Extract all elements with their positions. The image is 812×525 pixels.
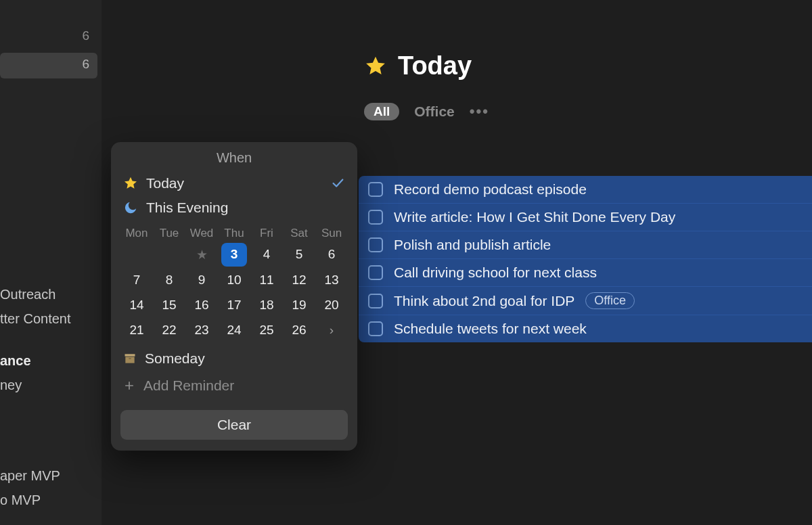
- calendar-day[interactable]: 24: [218, 319, 250, 342]
- archive-icon: [123, 352, 137, 365]
- when-clear-button[interactable]: Clear: [120, 410, 348, 440]
- calendar-weekday: Fri: [250, 227, 283, 240]
- calendar-day[interactable]: 16: [185, 294, 218, 317]
- check-icon: [330, 176, 345, 191]
- star-icon: [364, 55, 387, 78]
- sidebar-item[interactable]: o MVP: [0, 493, 41, 508]
- calendar-row: 14151617181920: [120, 294, 348, 317]
- calendar-day[interactable]: 17: [218, 294, 250, 317]
- task-title: Polish and publish article: [394, 237, 551, 253]
- calendar-today-star-icon[interactable]: ★: [185, 243, 218, 267]
- when-popover: When Today This Evening MonTueWedThuFriS…: [111, 142, 357, 451]
- task-title: Call driving school for next class: [394, 265, 597, 281]
- sidebar-item[interactable]: aper MVP: [0, 468, 60, 484]
- task-row[interactable]: Think about 2nd goal for IDPOffice: [359, 287, 812, 315]
- sidebar-count-selected: 6: [82, 57, 89, 72]
- calendar-day[interactable]: 26: [283, 319, 315, 342]
- svg-rect-0: [125, 354, 135, 356]
- sidebar: 6 6 Outreach tter Content ance ney aper …: [0, 0, 102, 525]
- task-row[interactable]: Polish and publish article: [359, 231, 812, 259]
- calendar-weekday-row: MonTueWedThuFriSatSun: [120, 227, 348, 240]
- moon-icon: [123, 200, 138, 215]
- popover-title: When: [111, 150, 357, 166]
- calendar-day[interactable]: 14: [120, 294, 153, 317]
- task-checkbox[interactable]: [368, 294, 383, 309]
- calendar-row: 212223242526›: [120, 319, 348, 342]
- calendar-row: 78910111213: [120, 269, 348, 292]
- task-checkbox[interactable]: [368, 321, 383, 336]
- filter-more-icon[interactable]: •••: [470, 103, 489, 120]
- calendar-weekday: Mon: [120, 227, 153, 240]
- calendar: MonTueWedThuFriSatSun ..★345678910111213…: [111, 220, 357, 345]
- calendar-weekday: Thu: [218, 227, 250, 240]
- when-someday-label: Someday: [145, 350, 205, 367]
- sidebar-count: 6: [82, 28, 89, 43]
- calendar-day[interactable]: 11: [250, 269, 283, 292]
- task-row[interactable]: Record demo podcast episode: [359, 176, 812, 204]
- filter-all[interactable]: All: [364, 103, 399, 120]
- calendar-day[interactable]: 19: [283, 294, 315, 317]
- calendar-weekday: Wed: [185, 227, 218, 240]
- page-title-row: Today: [364, 51, 472, 81]
- calendar-next-icon[interactable]: ›: [315, 319, 348, 342]
- calendar-row: ..★3456: [120, 243, 348, 267]
- plus-icon: [123, 380, 135, 392]
- calendar-day[interactable]: 25: [250, 319, 283, 342]
- svg-rect-1: [125, 357, 134, 363]
- calendar-day[interactable]: 8: [153, 269, 185, 292]
- when-evening-label: This Evening: [146, 200, 228, 216]
- calendar-day[interactable]: 23: [185, 319, 218, 342]
- task-title: Schedule tweets for next week: [394, 321, 587, 337]
- when-someday-row[interactable]: Someday: [111, 345, 357, 372]
- calendar-weekday: Tue: [153, 227, 185, 240]
- task-row[interactable]: Write article: How I Get Shit Done Every…: [359, 204, 812, 231]
- task-title: Write article: How I Get Shit Done Every…: [394, 209, 675, 225]
- task-checkbox[interactable]: [368, 265, 383, 280]
- task-tag[interactable]: Office: [585, 292, 635, 309]
- when-add-reminder-label: Add Reminder: [143, 378, 234, 394]
- when-today-label: Today: [146, 175, 184, 191]
- calendar-day[interactable]: 21: [120, 319, 153, 342]
- calendar-day[interactable]: 12: [283, 269, 315, 292]
- when-add-reminder-row[interactable]: Add Reminder: [111, 372, 357, 399]
- task-title: Record demo podcast episode: [394, 181, 587, 198]
- calendar-empty: .: [120, 243, 153, 267]
- calendar-day[interactable]: 7: [120, 269, 153, 292]
- filter-office[interactable]: Office: [414, 104, 455, 120]
- calendar-day[interactable]: 20: [315, 294, 348, 317]
- task-checkbox[interactable]: [368, 237, 383, 252]
- sidebar-item[interactable]: ney: [0, 378, 22, 393]
- calendar-day[interactable]: 3: [221, 243, 247, 267]
- calendar-day[interactable]: 18: [250, 294, 283, 317]
- filter-bar: All Office •••: [364, 103, 489, 120]
- svg-rect-2: [129, 358, 131, 359]
- task-checkbox[interactable]: [368, 210, 383, 225]
- when-evening-row[interactable]: This Evening: [111, 196, 357, 220]
- calendar-day[interactable]: 15: [153, 294, 185, 317]
- calendar-day[interactable]: 13: [315, 269, 348, 292]
- calendar-day[interactable]: 10: [218, 269, 250, 292]
- page-title: Today: [398, 51, 472, 81]
- task-row[interactable]: Call driving school for next class: [359, 259, 812, 287]
- calendar-weekday: Sun: [315, 227, 348, 240]
- calendar-day[interactable]: 4: [250, 243, 283, 267]
- calendar-day[interactable]: 5: [283, 243, 315, 267]
- calendar-empty: .: [153, 243, 185, 267]
- calendar-day[interactable]: 6: [315, 243, 348, 267]
- task-list: Record demo podcast episodeWrite article…: [359, 176, 812, 342]
- calendar-weekday: Sat: [283, 227, 315, 240]
- star-icon: [123, 176, 138, 191]
- when-today-row[interactable]: Today: [111, 171, 357, 196]
- task-row[interactable]: Schedule tweets for next week: [359, 315, 812, 342]
- task-checkbox[interactable]: [368, 182, 383, 197]
- task-title: Think about 2nd goal for IDP: [394, 293, 574, 309]
- sidebar-item[interactable]: Outreach: [0, 287, 55, 302]
- calendar-day[interactable]: 22: [153, 319, 185, 342]
- calendar-day[interactable]: 9: [185, 269, 218, 292]
- sidebar-item[interactable]: tter Content: [0, 311, 71, 327]
- sidebar-heading: ance: [0, 353, 31, 369]
